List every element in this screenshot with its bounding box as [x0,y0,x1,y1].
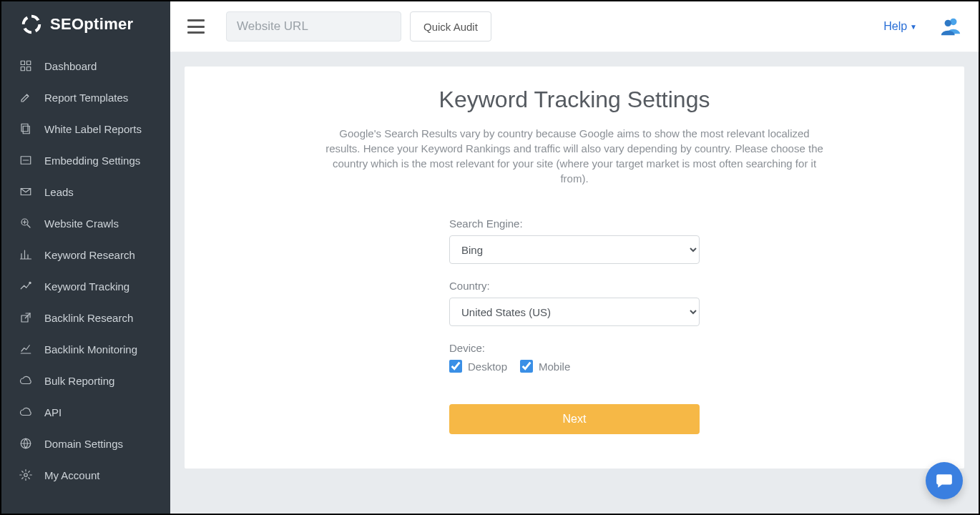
sidebar-item-label: Website Crawls [44,217,119,230]
svg-rect-1 [27,61,31,64]
brand-logo[interactable]: SEOptimer [1,1,170,47]
sidebar-item-label: My Account [44,469,100,481]
sidebar-item-embedding-settings[interactable]: Embedding Settings [1,144,170,176]
sidebar-item-my-account[interactable]: My Account [1,459,170,491]
sidebar-item-website-crawls[interactable]: Website Crawls [1,207,170,239]
website-url-input[interactable] [226,11,401,41]
sidebar-item-backlink-monitoring[interactable]: Backlink Monitoring [1,333,170,365]
svg-rect-2 [21,67,24,71]
sidebar-item-api[interactable]: API [1,396,170,428]
sidebar-item-keyword-tracking[interactable]: Keyword Tracking [1,270,170,302]
brand-name: SEOptimer [50,15,133,34]
sidebar-item-label: Domain Settings [44,438,123,450]
cloud-icon [19,373,33,388]
sidebar-nav: DashboardReport TemplatesWhite Label Rep… [1,47,170,491]
svg-rect-3 [27,67,31,71]
brand-icon [19,11,44,37]
search-engine-label: Search Engine: [449,217,700,230]
device-desktop-checkbox[interactable] [449,360,462,373]
sidebar-item-dashboard[interactable]: Dashboard [1,50,170,82]
sidebar-item-label: Embedding Settings [44,154,140,167]
account-icon[interactable] [940,16,961,37]
svg-rect-4 [23,126,29,134]
gear-icon [19,468,33,482]
sidebar-item-label: Keyword Tracking [44,280,129,293]
page-description: Google's Search Results vary by country … [324,126,825,186]
country-label: Country: [449,280,700,292]
sidebar-item-leads[interactable]: Leads [1,176,170,207]
country-select[interactable]: United States (US) [449,298,700,326]
sidebar-item-label: Keyword Research [44,249,135,261]
sidebar-item-keyword-research[interactable]: Keyword Research [1,239,170,270]
sidebar-item-label: Backlink Research [44,312,133,324]
menu-toggle-icon[interactable] [187,19,205,34]
search-engine-select[interactable]: Bing [449,235,700,264]
sidebar-item-label: Backlink Monitoring [44,343,137,355]
sidebar-item-label: Bulk Reporting [44,375,114,387]
cloud-icon [19,405,33,419]
chat-launcher[interactable] [926,462,963,499]
settings-card: Keyword Tracking Settings Google's Searc… [185,67,964,469]
sidebar-item-label: Report Templates [44,92,128,104]
help-dropdown[interactable]: Help ▼ [883,20,917,33]
sidebar-item-domain-settings[interactable]: Domain Settings [1,428,170,459]
sidebar-item-label: API [44,406,62,418]
trend-icon [19,279,33,293]
topbar: Quick Audit Help ▼ [170,1,979,52]
sidebar-item-label: White Label Reports [44,123,142,135]
help-label: Help [883,20,907,33]
quick-audit-button[interactable]: Quick Audit [410,11,491,41]
svg-rect-5 [21,124,28,132]
edit-icon [19,90,33,104]
globe-icon [19,436,33,451]
page-title: Keyword Tracking Settings [213,87,936,113]
svg-point-12 [24,474,28,477]
zoom-icon [19,216,33,230]
sidebar-item-bulk-reporting[interactable]: Bulk Reporting [1,365,170,396]
external-icon [19,310,33,325]
sidebar-item-white-label-reports[interactable]: White Label Reports [1,113,170,144]
device-mobile-label: Mobile [539,360,570,373]
chartline-icon [19,342,33,356]
device-desktop-label: Desktop [468,360,507,373]
device-label: Device: [449,342,700,354]
copy-icon [19,122,33,136]
sidebar-item-label: Dashboard [44,60,97,72]
bar-icon [19,247,33,262]
caret-down-icon: ▼ [910,23,917,31]
sidebar-item-backlink-research[interactable]: Backlink Research [1,302,170,333]
next-button[interactable]: Next [449,404,700,434]
mail-icon [19,185,33,199]
embed-icon [19,153,33,167]
sidebar: SEOptimer DashboardReport TemplatesWhite… [1,1,170,514]
device-mobile-checkbox[interactable] [520,360,533,373]
dashboard-icon [19,59,33,73]
svg-rect-0 [21,61,24,64]
sidebar-item-label: Leads [44,186,74,198]
svg-point-14 [945,20,951,26]
svg-point-9 [29,282,31,283]
sidebar-item-report-templates[interactable]: Report Templates [1,82,170,113]
